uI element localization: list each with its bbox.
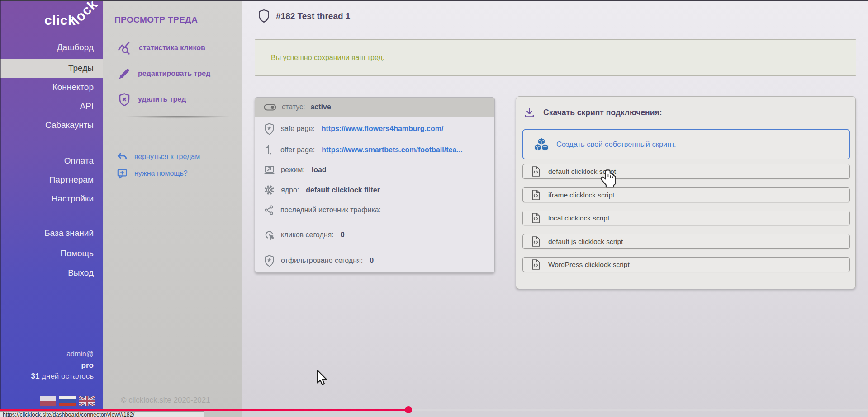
status-label: статус: (282, 103, 305, 111)
undo-icon (116, 152, 128, 162)
row-label: safe page: (281, 125, 315, 133)
sidebar-item-help[interactable]: Помощь (0, 248, 103, 259)
iframe-clicklock-script-button[interactable]: iframe clicklock script (522, 187, 850, 202)
create-own-script-button[interactable]: Создать свой собственный скрипт. (522, 129, 850, 159)
sidebar: click lock Дашборд Треды Коннектор API С… (0, 0, 103, 417)
sidebar-item-logout[interactable]: Выход (0, 267, 103, 279)
file-code-icon (531, 259, 541, 270)
last-traffic-source-row: последний источник трафика: (255, 205, 494, 216)
status-value: active (310, 103, 331, 111)
mode-row: режим: load (255, 164, 494, 175)
action-label: статистика кликов (139, 44, 205, 52)
download-icon (523, 107, 536, 119)
file-code-icon (531, 236, 541, 247)
safe-page-row: safe page: https://www.flowers4hamburg.c… (255, 123, 494, 135)
script-button-label: local clicklock script (548, 214, 609, 222)
row-label: последний источник трафика: (280, 206, 381, 214)
clicks-today-value: 0 (341, 231, 345, 239)
sidebar-item-settings[interactable]: Настройки (0, 193, 103, 205)
shield-star-icon (264, 255, 275, 267)
clicklock-logo: click lock (44, 4, 101, 35)
cubes-icon (533, 137, 550, 152)
main-content: #182 Test thread 1 Вы успешно сохранили … (242, 0, 868, 417)
days-number: 31 (31, 372, 39, 380)
gear-icon (264, 184, 275, 196)
account-plan: pro (0, 361, 103, 370)
status-rows: safe page: https://www.flowers4hamburg.c… (255, 117, 494, 222)
copyright-text: © clicklock.site 2020-2021 (121, 396, 210, 405)
row-label: режим: (281, 166, 305, 174)
filtered-today-row: отфильтровано сегодня: 0 (255, 248, 494, 273)
link-label: вернуться к тредам (134, 153, 200, 161)
shield-icon (258, 9, 270, 23)
link-preview-url: https://clicklock.site/dashboard/connect… (3, 412, 134, 417)
safe-page-link[interactable]: https://www.flowers4hamburg.com/ (322, 125, 444, 133)
back-to-threads-link[interactable]: вернуться к тредам (116, 151, 200, 163)
sidebar-item-knowledge-base[interactable]: База знаний (0, 227, 103, 239)
sidebar-item-partners[interactable]: Партнерам (0, 174, 103, 186)
video-progress-handle[interactable] (405, 406, 412, 413)
days-text: дней осталось (39, 372, 94, 380)
download-scripts-card: Скачать скрипт подключения: (516, 96, 856, 289)
script-button-label: WordPress clicklock script (548, 261, 630, 269)
poland-flag[interactable] (40, 396, 56, 406)
video-left-edge (0, 0, 1, 409)
submenu-title: ПРОСМОТР ТРЕДА (114, 15, 198, 25)
need-help-link[interactable]: нужна помощь? (116, 168, 188, 179)
script-button-label: iframe clicklock script (548, 191, 614, 199)
thread-status-card: статус: active safe page: https://www.fl… (255, 97, 495, 273)
uk-flag[interactable] (79, 396, 95, 406)
row-label: offer page: (280, 146, 315, 154)
section-shadow-divider (113, 116, 242, 120)
thread-submenu-panel: ПРОСМОТР ТРЕДА статистика кликов редакти… (103, 0, 242, 417)
pencil-icon (118, 67, 131, 80)
link-label: нужна помощь? (134, 169, 188, 178)
core-value: default clicklock filter (306, 186, 380, 194)
local-clicklock-script-button[interactable]: local clicklock script (522, 211, 850, 225)
wordpress-clicklock-script-button[interactable]: WordPress clicklock script (522, 257, 850, 272)
sidebar-item-payment[interactable]: Оплата (0, 155, 103, 167)
russia-flag[interactable] (59, 396, 76, 406)
sidebar-item-connector[interactable]: Коннектор (0, 81, 103, 93)
sidebar-item-api[interactable]: API (0, 100, 103, 112)
offer-page-row: offer page: https://www.smartbets.com/fo… (255, 144, 494, 156)
video-top-edge (0, 0, 868, 1)
action-label: редактировать тред (138, 70, 210, 78)
download-card-header: Скачать скрипт подключения: (523, 107, 662, 119)
account-email: admin@ (0, 350, 103, 358)
file-code-icon (531, 212, 541, 224)
click-stats-action[interactable]: статистика кликов (118, 41, 205, 55)
offer-page-link[interactable]: https://www.smartbets.com/football/tea..… (322, 146, 462, 154)
edit-thread-action[interactable]: редактировать тред (118, 66, 210, 81)
sidebar-item-subaccounts[interactable]: Сабакаунты (0, 119, 103, 131)
default-js-clicklock-script-button[interactable]: default js clicklock script (522, 234, 850, 249)
sidebar-item-threads[interactable]: Треды (0, 59, 103, 78)
clicks-stats-icon (118, 41, 132, 55)
filtered-today-value: 0 (370, 257, 374, 265)
account-days-left: 31 дней осталось (0, 372, 103, 381)
toggle-icon (264, 103, 276, 111)
row-label: ядро: (281, 186, 299, 194)
thread-header: #182 Test thread 1 (258, 9, 350, 23)
stat-label: отфильтровано сегодня: (281, 257, 363, 265)
primary-button-label: Создать свой собственный скрипт. (556, 140, 676, 149)
script-button-label: default js clicklock script (548, 238, 623, 246)
stat-label: кликов сегодня: (281, 231, 334, 239)
sidebar-item-dashboard[interactable]: Дашборд (0, 42, 103, 53)
core-row: ядро: default clicklock filter (255, 184, 494, 196)
link-preview-tooltip: https://clicklock.site/dashboard/connect… (0, 411, 204, 417)
default-clicklock-script-button[interactable]: default clicklock script (522, 164, 850, 179)
comment-plus-icon (116, 168, 128, 179)
alert-text: Вы успешно сохранили ваш тред. (271, 54, 384, 62)
share-icon (264, 205, 275, 216)
click-icon (264, 230, 275, 241)
mode-value: load (312, 166, 327, 174)
delete-thread-action[interactable]: удалить тред (118, 92, 186, 107)
script-button-label: default clicklock script (548, 168, 616, 176)
shield-star-icon (264, 123, 275, 135)
shield-x-icon (118, 93, 131, 106)
action-label: удалить тред (138, 95, 186, 103)
file-code-icon (531, 166, 541, 177)
file-code-icon (531, 189, 541, 201)
download-card-title: Скачать скрипт подключения: (543, 108, 662, 117)
